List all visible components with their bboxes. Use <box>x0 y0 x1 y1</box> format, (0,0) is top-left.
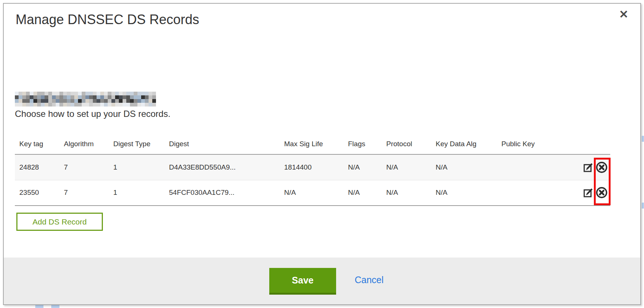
cell-algorithm: 7 <box>59 154 109 180</box>
cell-key-data-alg: N/A <box>431 180 497 206</box>
table-header-row: Key tag Algorithm Digest Type Digest Max… <box>15 134 610 154</box>
cell-digest-type: 1 <box>109 154 165 180</box>
cell-public-key <box>497 154 575 180</box>
col-header-public-key: Public Key <box>497 134 575 154</box>
col-header-digest: Digest <box>165 134 280 154</box>
col-header-protocol: Protocol <box>382 134 431 154</box>
table-row: 23550 7 1 54FCF030AA1C79... N/A N/A N/A … <box>15 180 610 206</box>
manage-dnssec-dialog: Manage DNSSEC DS Records ✕ Choose how to… <box>3 3 641 305</box>
dialog-footer: Save Cancel <box>4 258 640 304</box>
ds-records-table: Key tag Algorithm Digest Type Digest Max… <box>15 134 610 206</box>
col-header-max-sig-life: Max Sig Life <box>280 134 344 154</box>
cell-max-sig-life: 1814400 <box>280 154 344 180</box>
cell-actions <box>575 180 610 206</box>
delete-circle-icon <box>595 186 608 199</box>
delete-circle-icon <box>595 161 608 174</box>
redacted-domain <box>15 92 156 107</box>
col-header-digest-type: Digest Type <box>109 134 165 154</box>
cell-digest: 54FCF030AA1C79... <box>165 180 280 206</box>
edit-record-button[interactable] <box>583 162 594 173</box>
cell-flags: N/A <box>344 154 382 180</box>
edit-icon <box>583 187 594 198</box>
cell-protocol: N/A <box>382 154 431 180</box>
cell-algorithm: 7 <box>59 180 109 206</box>
col-header-flags: Flags <box>344 134 382 154</box>
col-header-key-data-alg: Key Data Alg <box>431 134 497 154</box>
cell-digest: D4A33E8DD550A9... <box>165 154 280 180</box>
instruction-text: Choose how to set up your DS records. <box>15 109 170 119</box>
cell-public-key <box>497 180 575 206</box>
col-header-actions <box>575 134 610 154</box>
table-row: 24828 7 1 D4A33E8DD550A9... 1814400 N/A … <box>15 154 610 180</box>
cell-key-data-alg: N/A <box>431 154 497 180</box>
cell-protocol: N/A <box>382 180 431 206</box>
delete-record-button[interactable] <box>595 186 608 199</box>
save-button[interactable]: Save <box>269 268 336 295</box>
col-header-key-tag: Key tag <box>15 134 59 154</box>
edit-icon <box>583 162 594 173</box>
background-artifact <box>642 136 644 142</box>
edit-record-button[interactable] <box>583 187 594 198</box>
cancel-link[interactable]: Cancel <box>355 275 384 285</box>
add-ds-record-button[interactable]: Add DS Record <box>16 213 103 231</box>
cell-flags: N/A <box>344 180 382 206</box>
cell-key-tag: 23550 <box>15 180 59 206</box>
col-header-algorithm: Algorithm <box>59 134 109 154</box>
cell-actions <box>575 154 610 180</box>
close-icon[interactable]: ✕ <box>619 9 628 20</box>
dialog-title: Manage DNSSEC DS Records <box>16 12 199 27</box>
cell-key-tag: 24828 <box>15 154 59 180</box>
cell-digest-type: 1 <box>109 180 165 206</box>
delete-record-button[interactable] <box>595 161 608 174</box>
cell-max-sig-life: N/A <box>280 180 344 206</box>
background-artifact <box>642 203 644 209</box>
